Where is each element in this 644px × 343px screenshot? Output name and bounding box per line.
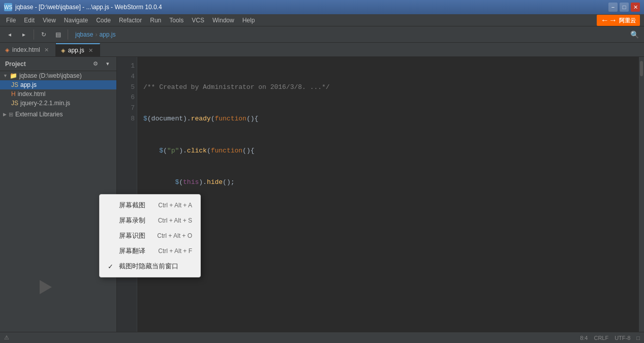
toolbar-search: 🔍 [628, 28, 641, 41]
search-button[interactable]: 🔍 [628, 28, 641, 41]
status-icon: ⚠ [4, 334, 9, 341]
tree-label-appjs: app.js [20, 81, 37, 88]
play-button[interactable] [37, 278, 55, 296]
menu-vcs[interactable]: VCS [188, 14, 208, 26]
toolbar-separator-2 [68, 29, 68, 40]
tree-item-appjs[interactable]: JS app.js [0, 80, 116, 89]
tree-label-jquery: jquery-2.2.1.min.js [20, 100, 70, 107]
code-line-5: $("p").click(function(){ [143, 146, 633, 157]
minimize-button[interactable]: − [608, 3, 618, 12]
code-editor[interactable]: /** Created by Administrator on 2016/3/8… [137, 57, 639, 332]
code-dollar-1: $ [143, 114, 147, 124]
sidebar-title: Project [3, 60, 28, 68]
folder-icon: 📁 [10, 72, 17, 79]
tab-app-js-label: app.js [68, 47, 84, 54]
status-expand: □ [636, 335, 640, 341]
maximize-button[interactable]: □ [620, 3, 629, 12]
toolbar-forward-button[interactable]: ▸ [17, 28, 30, 41]
tab-index-html[interactable]: ◈ index.html ✕ [0, 43, 56, 56]
aliyun-logo: ←→ 阿里云 [597, 15, 640, 26]
breadcrumb-sep: › [95, 31, 97, 38]
menu-edit[interactable]: Edit [20, 14, 39, 26]
context-menu-item-ocr[interactable]: 屏幕识图 Ctrl + Alt + O [100, 228, 200, 243]
breadcrumb: jqbase › app.js [75, 31, 115, 38]
context-menu-item-hide[interactable]: ✓ 截图时隐藏当前窗口 [100, 259, 200, 274]
sidebar-btn-gear[interactable]: ⚙ [90, 58, 101, 70]
tree-item-jquery[interactable]: JS jquery-2.2.1.min.js [0, 99, 116, 108]
app-icon: WS [4, 3, 12, 11]
context-menu-label-hide: 截图时隐藏当前窗口 [119, 262, 178, 271]
sidebar-btn-collapse[interactable]: ▾ [102, 58, 113, 70]
tree-item-extlibs[interactable]: ▶ ⊞ External Libraries [0, 110, 116, 119]
context-menu-label-ocr: 屏幕识图 [119, 231, 145, 240]
tab-app-js-close[interactable]: ✕ [87, 47, 95, 54]
breadcrumb-file[interactable]: app.js [99, 31, 115, 38]
context-menu-label-screenshot: 屏幕截图 [119, 201, 145, 210]
context-menu-label-record: 屏幕录制 [119, 216, 145, 225]
menu-window[interactable]: Window [208, 14, 238, 26]
toolbar: ◂ ▸ ↻ ▤ jqbase › app.js 🔍 [0, 26, 644, 43]
context-menu-label-translate: 屏幕翻译 [119, 246, 145, 256]
toolbar-open-button[interactable]: ▤ [51, 28, 65, 41]
tree-arrow-jqbase: ▼ [3, 73, 8, 78]
code-line-7: }) [143, 209, 633, 241]
code-line-8: }); [143, 262, 633, 273]
tab-bar: ◈ index.html ✕ ◈ app.js ✕ [0, 43, 644, 57]
status-charset: UTF-8 [615, 335, 630, 341]
menu-navigate[interactable]: Navigate [60, 14, 92, 26]
tree-item-indexhtml[interactable]: H index.html [0, 89, 116, 99]
menu-tools[interactable]: Tools [165, 14, 188, 26]
html-file-icon: ◈ [5, 47, 9, 53]
window-title: jqbase - [D:\web\jqbase] - ...\app.js - … [15, 4, 162, 11]
context-menu-item-translate[interactable]: 屏幕翻译 Ctrl + Alt + F [100, 243, 200, 259]
status-position: 8:4 [580, 335, 588, 341]
code-line-6: $(this).hide(); [143, 177, 633, 188]
code-comment: /** Created by Administrator on 2016/3/8… [143, 82, 330, 93]
sidebar-toolbar: Project ⚙ ▾ [0, 57, 116, 71]
breadcrumb-root[interactable]: jqbase [75, 31, 93, 38]
tree-label-extlibs: External Libraries [15, 111, 63, 118]
tree-item-jqbase[interactable]: ▼ 📁 jqbase (D:\web\jqbase) [0, 71, 116, 80]
context-menu-item-record[interactable]: 屏幕录制 Ctrl + Alt + S [100, 213, 200, 228]
window-controls[interactable]: − □ ✕ [608, 3, 640, 12]
tree-arrow-extlibs: ▶ [3, 112, 7, 117]
toolbar-refresh-button[interactable]: ↻ [37, 28, 50, 41]
context-menu: 屏幕截图 Ctrl + Alt + A 屏幕录制 Ctrl + Alt + S … [99, 194, 201, 277]
menu-view[interactable]: View [39, 14, 60, 26]
js-file-icon: ◈ [61, 47, 65, 54]
status-crlf: CRLF [594, 335, 608, 341]
toolbar-separator-1 [34, 29, 34, 40]
menu-help[interactable]: Help [238, 14, 259, 26]
tree-label-jqbase: jqbase (D:\web\jqbase) [19, 72, 82, 79]
shortcut-ocr: Ctrl + Alt + O [157, 232, 192, 239]
status-right: 8:4 CRLF UTF-8 □ [580, 335, 640, 341]
menu-run[interactable]: Run [146, 14, 165, 26]
tab-index-html-label: index.html [12, 46, 40, 53]
menu-bar: File Edit View Navigate Code Refactor Ru… [0, 14, 644, 26]
js-icon: JS [11, 81, 18, 88]
toolbar-back-button[interactable]: ◂ [3, 28, 16, 41]
scroll-indicator[interactable] [639, 57, 644, 332]
shortcut-record: Ctrl + Alt + S [158, 217, 192, 224]
scroll-thumb [640, 61, 643, 76]
tab-index-html-close[interactable]: ✕ [43, 46, 50, 53]
tab-app-js[interactable]: ◈ app.js ✕ [56, 43, 100, 56]
context-menu-item-screenshot[interactable]: 屏幕截图 Ctrl + Alt + A [100, 198, 200, 213]
menu-code[interactable]: Code [92, 14, 115, 26]
js-icon-jquery: JS [11, 100, 18, 107]
play-triangle-icon [40, 280, 52, 294]
code-line-4: $(document).ready(function(){ [143, 114, 633, 124]
menu-file[interactable]: File [2, 14, 20, 26]
status-left: ⚠ [4, 334, 9, 341]
title-bar: WS jqbase - [D:\web\jqbase] - ...\app.js… [0, 0, 644, 14]
shortcut-screenshot: Ctrl + Alt + A [158, 202, 192, 209]
check-hide: ✓ [108, 263, 115, 270]
status-bar: ⚠ 8:4 CRLF UTF-8 □ [0, 332, 644, 343]
html-icon: H [11, 90, 16, 98]
menu-refactor[interactable]: Refactor [115, 14, 146, 26]
tree-label-indexhtml: index.html [18, 90, 46, 98]
main-layout: Project ⚙ ▾ ▼ 📁 jqbase (D:\web\jqbase) J… [0, 57, 644, 332]
close-button[interactable]: ✕ [631, 3, 640, 12]
shortcut-translate: Ctrl + Alt + F [158, 247, 192, 255]
code-line-1: /** Created by Administrator on 2016/3/8… [143, 82, 633, 93]
